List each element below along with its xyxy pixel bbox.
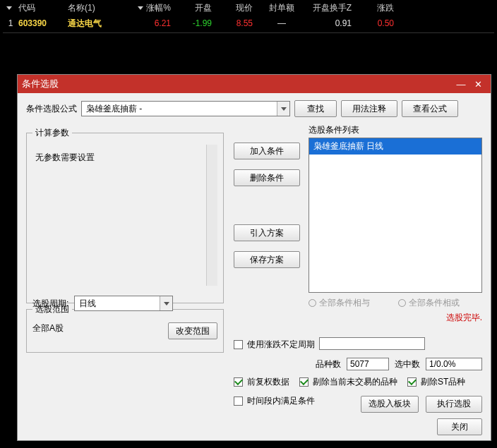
condition-dialog: 条件选股 — ✕ 条件选股公式 枭雄釜底抽薪 - 查找 用法注释 查看公式 计算… [17,74,491,441]
right-column: 选股条件列表 枭雄釜底抽薪 日线 全部条件相与 全部条件相或 选股完毕. [309,124,482,324]
radio-and-label: 全部条件相与 [319,297,370,309]
chevron-down-icon[interactable] [277,102,289,116]
dialog-body: 条件选股公式 枭雄釜底抽薪 - 查找 用法注释 查看公式 计算参数 无参数需要设… [18,93,491,440]
formula-combo[interactable]: 枭雄釜底抽薪 - [81,101,290,116]
params-text: 无参数需要设置 [32,145,206,286]
stock-table-header: 代码 名称(1) 涨幅% 开盘 现价 封单额 开盘换手Z 涨跌 [0,0,497,16]
dialog-title: 条件选股 [22,78,453,90]
row-divider [3,32,494,33]
condition-list[interactable]: 枭雄釜底抽薪 日线 [309,138,482,293]
use-period-row: 使用涨跌不定周期 [234,337,482,352]
counts-row: 品种数 5077 选中数 1/0.0% [234,358,482,370]
remove-st-checkbox[interactable] [407,377,417,387]
close-button[interactable]: 关闭 [437,418,482,435]
radio-row: 全部条件相与 全部条件相或 [309,297,482,309]
stock-table: 代码 名称(1) 涨幅% 开盘 现价 封单额 开盘换手Z 涨跌 1 603390… [0,0,497,33]
cell-open: -1.99 [175,18,216,28]
use-period-label: 使用涨跌不定周期 [247,339,315,351]
time-range-label: 时间段内满足条件 [247,395,315,407]
cell-name: 通达电气 [68,18,131,30]
col-code[interactable]: 代码 [18,2,68,14]
radio-or[interactable]: 全部条件相或 [398,297,460,309]
fq-checkbox[interactable] [234,377,243,387]
radio-icon [309,299,316,307]
remove-st-label: 剔除ST品种 [421,376,465,388]
hit-label: 选中数 [395,358,420,370]
minimize-icon[interactable]: — [453,79,469,90]
count-label: 品种数 [316,358,341,370]
col-seal[interactable]: 封单额 [257,2,306,14]
remove-untraded-label: 剔除当前未交易的品种 [313,376,397,388]
done-text: 选股完毕. [309,312,482,324]
params-legend: 计算参数 [32,127,72,139]
left-column: 计算参数 无参数需要设置 选股周期: 日线 选股范围 全部A股 改变 [26,127,224,353]
col-pct[interactable]: 涨幅% [131,2,175,14]
chevron-down-icon[interactable] [160,296,172,310]
col-price[interactable]: 现价 [216,2,257,14]
col-pct-label: 涨幅% [146,3,171,13]
params-group: 计算参数 无参数需要设置 选股周期: 日线 [26,127,224,303]
radio-or-label: 全部条件相或 [409,297,460,309]
change-scope-button[interactable]: 改变范围 [168,322,217,339]
formula-value: 枭雄釜底抽薪 - [82,103,277,115]
col-chg[interactable]: 涨跌 [356,2,398,14]
period-combo[interactable]: 日线 [74,296,173,311]
formula-label: 条件选股公式 [26,103,77,115]
cell-price: 8.55 [216,18,257,28]
scope-text: 全部A股 [32,322,64,334]
cell-pct: 6.21 [131,18,175,28]
find-button[interactable]: 查找 [294,100,337,117]
cell-turn: 0.91 [306,18,356,28]
to-block-button[interactable]: 选股入板块 [361,396,419,413]
count-value: 5077 [347,358,389,370]
sort-icon [6,6,12,10]
period-value: 日线 [75,298,160,310]
use-period-checkbox[interactable] [234,340,243,349]
col-name[interactable]: 名称(1) [68,2,131,14]
radio-and[interactable]: 全部条件相与 [309,297,370,309]
title-bar[interactable]: 条件选股 — ✕ [18,75,491,93]
formula-row: 条件选股公式 枭雄釜底抽薪 - 查找 用法注释 查看公式 [26,100,482,117]
col-turn[interactable]: 开盘换手Z [306,2,356,14]
run-button[interactable]: 执行选股 [426,396,482,413]
cell-seal: — [257,18,306,28]
bottom-area: 使用涨跌不定周期 品种数 5077 选中数 1/0.0% 前复权数据 剔除当前未… [234,337,482,435]
col-open[interactable]: 开盘 [175,2,216,14]
close-icon[interactable]: ✕ [469,79,486,90]
cell-code: 603390 [18,18,68,28]
scope-legend: 选股范围 [32,303,72,315]
options-row: 前复权数据 剔除当前未交易的品种 剔除ST品种 [234,376,482,388]
action-row: 时间段内满足条件 选股入板块 执行选股 [234,395,482,413]
condition-list-item[interactable]: 枭雄釜底抽薪 日线 [309,138,481,155]
cell-chg: 0.50 [356,18,398,28]
add-condition-button[interactable]: 加入条件 [234,143,300,159]
remove-untraded-checkbox[interactable] [299,377,309,387]
sort-icon [138,6,143,10]
hit-value: 1/0.0% [426,358,482,370]
import-plan-button[interactable]: 引入方案 [234,224,300,241]
delete-condition-button[interactable]: 删除条件 [234,169,300,186]
save-plan-button[interactable]: 保存方案 [234,251,300,268]
view-formula-button[interactable]: 查看公式 [402,100,458,117]
stock-row[interactable]: 1 603390 通达电气 6.21 -1.99 8.55 — 0.91 0.5… [0,16,497,31]
radio-icon [398,299,406,307]
time-range-checkbox[interactable] [234,396,243,406]
mid-buttons: 加入条件 删除条件 引入方案 保存方案 [234,143,300,268]
cell-idx: 1 [3,18,18,28]
condition-list-label: 选股条件列表 [309,124,482,136]
params-scrollbar[interactable] [206,145,217,286]
usage-button[interactable]: 用法注释 [341,100,397,117]
close-row: 关闭 [234,418,482,435]
fq-label: 前复权数据 [247,376,289,388]
use-period-input[interactable] [319,337,425,350]
